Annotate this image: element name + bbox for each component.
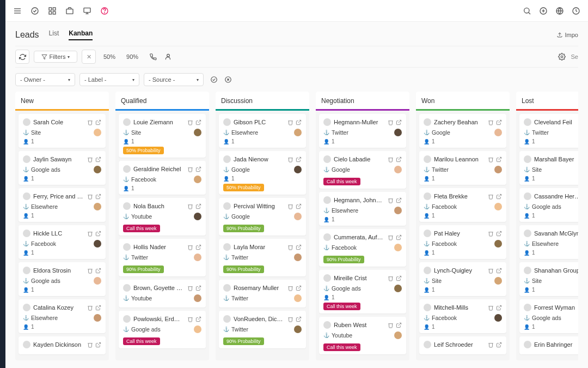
open-icon[interactable] [496, 119, 502, 125]
open-icon[interactable] [195, 203, 201, 209]
lead-card[interactable]: Hegmann, Johns and Ankunding⚓Elsewhere👤1 [319, 192, 406, 226]
import-button[interactable]: Impo [556, 32, 578, 38]
lead-card[interactable]: VonRueden, Dickinson and Macejkovic⚓Twit… [219, 311, 306, 348]
lead-card[interactable]: Eldora Strosin⚓Google ads👤1 [19, 262, 106, 296]
label-select[interactable]: - Label -▾ [79, 73, 139, 86]
pct-90[interactable]: 90% [123, 51, 142, 62]
open-icon[interactable] [95, 342, 101, 348]
open-icon[interactable] [95, 305, 101, 311]
lead-card[interactable]: Marilou Leannon⚓Twitter👤1 [419, 151, 506, 185]
open-icon[interactable] [195, 119, 201, 125]
open-icon[interactable] [296, 285, 302, 291]
open-icon[interactable] [496, 194, 502, 200]
open-icon[interactable] [296, 156, 302, 162]
lead-card[interactable]: Cleveland Feil⚓Twitter👤1 [519, 114, 578, 148]
open-icon[interactable] [396, 119, 402, 125]
clear-icon[interactable] [224, 75, 232, 84]
delete-icon[interactable] [287, 316, 293, 322]
lead-card[interactable]: Cielo Labadie⚓GoogleCall this week [319, 151, 406, 189]
delete-icon[interactable] [187, 203, 193, 209]
delete-icon[interactable] [287, 119, 293, 125]
open-icon[interactable] [95, 119, 101, 125]
lead-card[interactable]: Cummerata, Aufderhar and Bergnaum⚓Facebo… [319, 229, 406, 267]
globe-icon[interactable] [555, 7, 564, 15]
refresh-button[interactable] [15, 50, 29, 64]
search-icon[interactable] [523, 7, 531, 15]
source-select[interactable]: - Source -▾ [144, 73, 204, 86]
lead-card[interactable]: Gibson PLC⚓Elsewhere👤1 [219, 114, 306, 148]
open-icon[interactable] [296, 203, 302, 209]
open-icon[interactable] [496, 268, 502, 274]
lead-card[interactable]: Brown, Goyette and Gusikowski⚓Youtube [119, 280, 206, 307]
lead-card[interactable]: Sarah Cole⚓Site👤1 [19, 114, 106, 148]
pct-50[interactable]: 50% [100, 51, 119, 62]
delete-icon[interactable] [287, 203, 293, 209]
clock-icon[interactable] [572, 7, 580, 15]
briefcase-icon[interactable] [65, 7, 74, 15]
help-icon[interactable] [100, 7, 109, 15]
delete-icon[interactable] [388, 322, 394, 328]
user-icon[interactable] [164, 52, 172, 61]
delete-icon[interactable] [388, 234, 394, 240]
open-icon[interactable] [496, 156, 502, 162]
lead-card[interactable]: Nola Bauch⚓YoutubeCall this week [119, 198, 206, 236]
tab-kanban[interactable]: Kanban [69, 29, 93, 40]
lead-card[interactable]: Mitchell-Mills⚓Facebook👤1 [419, 299, 506, 333]
lead-card[interactable]: Percival Witting⚓Google90% Probability [219, 198, 306, 236]
apply-icon[interactable] [210, 75, 218, 84]
open-icon[interactable] [95, 194, 101, 200]
delete-icon[interactable] [87, 268, 93, 274]
delete-icon[interactable] [187, 285, 193, 291]
lead-card[interactable]: Marshall Bayer⚓Site👤1 [519, 151, 578, 185]
delete-icon[interactable] [287, 285, 293, 291]
lead-card[interactable]: Mireille Crist⚓Google ads👤1Call this wee… [319, 270, 406, 313]
delete-icon[interactable] [87, 231, 93, 237]
lead-card[interactable]: Hickle LLC⚓Facebook👤1 [19, 225, 106, 259]
open-icon[interactable] [396, 234, 402, 240]
delete-icon[interactable] [87, 156, 93, 162]
tab-list[interactable]: List [49, 29, 59, 40]
check-circle-icon[interactable] [30, 7, 39, 15]
open-icon[interactable] [496, 231, 502, 237]
lead-card[interactable]: Fleta Brekke⚓Facebook👤1 [419, 188, 506, 222]
open-icon[interactable] [396, 322, 402, 328]
open-icon[interactable] [195, 316, 201, 322]
lead-card[interactable]: Leif Schroeder [419, 336, 506, 354]
monitor-icon[interactable] [83, 7, 91, 15]
delete-icon[interactable] [287, 244, 293, 250]
delete-icon[interactable] [87, 119, 93, 125]
filters-button[interactable]: Filters ▾ [34, 51, 77, 63]
delete-icon[interactable] [488, 119, 494, 125]
lead-card[interactable]: Hegmann-Muller⚓Twitter👤1 [319, 114, 406, 148]
grid-icon[interactable] [48, 7, 57, 15]
open-icon[interactable] [95, 268, 101, 274]
open-icon[interactable] [195, 285, 201, 291]
open-icon[interactable] [95, 231, 101, 237]
delete-icon[interactable] [187, 119, 193, 125]
lead-card[interactable]: Cassandre Herman⚓Google ads👤1 [519, 188, 578, 222]
lead-card[interactable]: Jaylin Sawayn⚓Google ads👤1 [19, 151, 106, 185]
lead-card[interactable]: Geraldine Reichel⚓Facebook👤1 [119, 161, 206, 195]
lead-card[interactable]: Kayden Dickinson [19, 336, 106, 354]
lead-card[interactable]: Ruben West⚓YoutubeCall this week [319, 317, 406, 354]
delete-icon[interactable] [488, 268, 494, 274]
delete-icon[interactable] [287, 156, 293, 162]
delete-icon[interactable] [388, 275, 394, 281]
lead-card[interactable]: Pat Haley⚓Facebook👤1 [419, 225, 506, 259]
open-icon[interactable] [496, 342, 502, 348]
open-icon[interactable] [95, 156, 101, 162]
menu-icon[interactable] [13, 7, 22, 15]
lead-card[interactable]: Shanahan Group⚓Site👤1 [519, 262, 578, 296]
settings-icon[interactable] [558, 52, 566, 61]
search-text[interactable]: Se [571, 53, 578, 60]
delete-icon[interactable] [187, 244, 193, 250]
lead-card[interactable]: Catalina Kozey⚓Elsewhere👤1 [19, 299, 106, 333]
delete-icon[interactable] [388, 197, 394, 203]
lead-card[interactable]: Hollis Nader⚓Twitter90% Probability [119, 239, 206, 276]
owner-select[interactable]: - Owner -▾ [15, 73, 75, 86]
lead-card[interactable]: Savanah McGlynn⚓Elsewhere👤1 [519, 225, 578, 259]
open-icon[interactable] [296, 244, 302, 250]
delete-icon[interactable] [187, 166, 193, 172]
lead-card[interactable]: Lynch-Quigley⚓Site👤1 [419, 262, 506, 296]
delete-icon[interactable] [388, 156, 394, 162]
